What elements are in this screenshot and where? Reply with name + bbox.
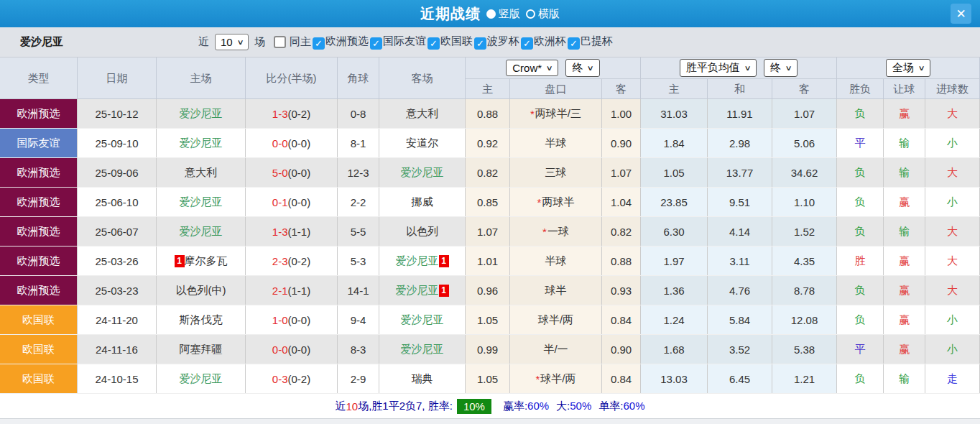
cell-home-team: 爱沙尼亚 [157,217,246,246]
cell-result-let: 赢 [884,99,925,128]
col-header-date: 日期 [78,57,157,99]
cell-home-team: 爱沙尼亚 [157,129,246,157]
close-icon[interactable]: ✕ [951,4,971,24]
competition-label[interactable]: 欧国联 [440,34,473,47]
cell-avg-draw: 11.91 [708,99,772,128]
cell-score: 1-3(1-1) [246,217,338,246]
handicap-star: * [535,373,540,385]
fulltime-score: 0-3 [272,373,288,385]
cell-result-goals: 小 [925,335,980,364]
table-row: 欧洲预选25-03-23以色列(中)2-1(1-1)14-1爱沙尼亚10.96球… [0,276,980,305]
cell-avg-home: 1.05 [641,158,708,187]
cell-result-let: 输 [884,129,925,157]
competition-label[interactable]: 欧洲杯 [534,34,566,47]
competition-checkbox[interactable]: ✓ [370,37,382,50]
away-team-name: 爱沙尼亚 [396,284,439,298]
summary-rates: 赢率:60%大:50%单率:60% [496,400,645,413]
halftime-score: (1-1) [288,226,311,238]
summary-bar: 近10场,胜1平2负7, 胜率: 10% 赢率:60%大:50%单率:60% [0,394,980,419]
competition-label[interactable]: 欧洲预选 [325,34,369,47]
cell-odds-home: 0.82 [466,158,510,187]
table-row: 欧洲预选25-09-06意大利5-0(0-0)12-3爱沙尼亚0.82三球1.0… [0,158,980,188]
cell-date: 25-09-10 [78,129,157,157]
same-home-label[interactable]: 同主 [290,35,311,49]
chevron-down-icon: ∨ [587,64,594,72]
cell-result-wdl: 负 [837,217,884,246]
match-count-select[interactable]: 10∨ [215,34,249,50]
cell-corner: 12-3 [338,158,379,187]
competition-label[interactable]: 国际友谊 [383,34,426,47]
handicap-text: 球半/两 [540,372,575,386]
cell-corner: 5-5 [338,217,379,246]
filter-bar: 爱沙尼亚 近 10∨ 场 同主 ✓欧洲预选✓国际友谊✓欧国联✓波罗杯✓欧洲杯✓巴… [0,27,980,57]
cell-avg-home: 13.03 [641,364,708,393]
cell-result-let: 赢 [884,188,925,216]
avg-type-select[interactable]: 胜平负均值∨ [680,59,757,77]
card-badge: 1 [175,255,185,267]
cell-score: 2-3(0-2) [246,246,338,275]
cell-corner: 14-1 [338,276,379,305]
competition-label[interactable]: 巴提杯 [581,34,613,47]
cell-avg-away: 5.06 [772,129,837,157]
cell-date: 24-11-16 [78,335,157,364]
cell-odds-away: 1.00 [602,99,641,128]
cell-avg-home: 1.24 [641,305,708,334]
same-home-checkbox[interactable] [274,36,286,48]
fulltime-score: 2-1 [272,285,288,297]
cell-date: 25-09-06 [78,158,157,187]
competition-checkbox[interactable]: ✓ [313,37,325,50]
filter-controls: 近 10∨ 场 同主 ✓欧洲预选✓国际友谊✓欧国联✓波罗杯✓欧洲杯✓巴提杯 [198,34,613,50]
chevron-down-icon: ∨ [546,64,553,72]
cell-score: 2-1(1-1) [246,276,338,305]
away-team-name: 爱沙尼亚 [401,166,444,180]
table-row: 欧国联24-11-16阿塞拜疆0-0(0-0)8-3爱沙尼亚0.99半/一0.9… [0,335,980,364]
cell-avg-draw: 3.11 [708,246,772,275]
horizontal-radio[interactable] [526,9,535,19]
competition-checkbox-group: ✓欧洲预选✓国际友谊✓欧国联✓波罗杯✓欧洲杯✓巴提杯 [311,34,613,50]
competition-label[interactable]: 波罗杯 [487,34,519,47]
cell-avg-away: 1.10 [772,188,837,216]
cell-corner: 2-9 [338,364,379,393]
odds-company-select[interactable]: Crow*∨ [506,60,558,76]
cell-away-team: 瑞典 [379,364,466,393]
vertical-radio-label[interactable]: 竖版 [499,7,520,21]
cell-away-team: 爱沙尼亚 [379,305,466,334]
table-row: 国际友谊25-09-10爱沙尼亚0-0(0-0)8-1安道尔0.92半球0.90… [0,129,980,158]
title-bar: 近期战绩 竖版 横版 ✕ [0,0,980,27]
cell-home-team: 爱沙尼亚 [157,99,246,128]
halftime-score: (0-0) [288,344,311,356]
home-team-name: 爱沙尼亚 [180,195,223,209]
table-row: 欧洲预选25-03-261摩尔多瓦2-3(0-2)5-3爱沙尼亚11.01半球0… [0,246,980,276]
cell-competition-type: 欧国联 [0,364,78,393]
chevron-down-icon: ∨ [917,64,925,72]
cell-result-let: 赢 [884,276,925,305]
cell-date: 24-11-20 [78,305,157,334]
scope-group: 全场∨ [837,57,980,79]
competition-checkbox[interactable]: ✓ [474,37,486,50]
scope-select[interactable]: 全场∨ [886,59,930,77]
competition-checkbox[interactable]: ✓ [521,37,533,50]
cell-odds-away: 0.82 [602,217,641,246]
home-team-name: 斯洛伐克 [180,313,223,327]
cell-competition-type: 欧国联 [0,305,78,334]
competition-checkbox[interactable]: ✓ [427,37,440,50]
cell-away-team: 爱沙尼亚 [379,335,466,364]
halftime-score: (0-0) [288,167,311,179]
cell-odds-home: 1.05 [466,305,510,334]
handicap-star: * [537,196,542,208]
avg-time-select[interactable]: 终∨ [764,59,798,77]
odds-time-select[interactable]: 终∨ [565,59,599,77]
cell-odds-away: 0.90 [602,129,641,157]
cell-result-wdl: 负 [837,158,884,187]
cell-competition-type: 欧洲预选 [0,188,78,216]
home-team-name: 爱沙尼亚 [180,137,223,150]
cell-competition-type: 欧洲预选 [0,99,78,128]
subcol-avg-draw: 和 [708,79,772,99]
subcol-odds-away: 客 [602,79,641,99]
vertical-radio[interactable] [486,9,496,19]
cell-odds-away: 0.84 [602,364,641,393]
horizontal-radio-label[interactable]: 横版 [538,7,560,21]
cell-avg-draw: 4.14 [708,217,772,246]
competition-checkbox[interactable]: ✓ [568,37,580,50]
cell-corner: 5-3 [338,246,379,275]
